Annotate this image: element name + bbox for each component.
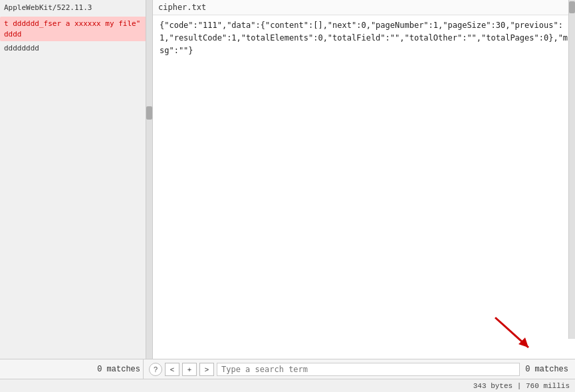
left-panel: AppleWebKit/522.11.3 t dddddd_fser a xxx…	[0, 0, 153, 359]
help-button[interactable]: ?	[149, 363, 162, 376]
file-title: cipher.txt	[153, 0, 575, 15]
bottom-bar: 0 matches ? < + > 0 matches	[0, 359, 575, 379]
status-text: 343 bytes | 760 millis	[473, 382, 570, 390]
prev-button[interactable]: <	[165, 363, 179, 376]
highlighted-text: t dddddd_fser a xxxxxx my file" dddd	[4, 19, 140, 38]
right-match-count: 0 matches	[522, 365, 568, 374]
user-agent-text: AppleWebKit/522.11.3	[0, 0, 152, 15]
right-scrollbar-thumb[interactable]	[569, 1, 575, 13]
editor-content[interactable]: {"code":"111","data":{"content":[],"next…	[153, 15, 575, 359]
left-matches-section: 0 matches	[4, 359, 144, 379]
search-section: ? < + > 0 matches	[146, 363, 571, 376]
search-input[interactable]	[217, 363, 520, 376]
right-panel: cipher.txt {"code":"111","data":{"conten…	[153, 0, 575, 359]
plain-item: dddddddd	[0, 43, 152, 54]
add-button[interactable]: +	[182, 363, 197, 376]
left-scrollbar-thumb[interactable]	[146, 106, 152, 120]
main-content: AppleWebKit/522.11.3 t dddddd_fser a xxx…	[0, 0, 575, 359]
highlighted-item: t dddddd_fser a xxxxxx my file" dddd	[0, 17, 152, 41]
next-button[interactable]: >	[199, 363, 214, 376]
status-bar: 343 bytes | 760 millis	[0, 379, 575, 392]
left-panel-content: AppleWebKit/522.11.3 t dddddd_fser a xxx…	[0, 0, 152, 359]
left-scrollbar[interactable]	[146, 0, 152, 359]
right-scrollbar[interactable]	[568, 0, 575, 339]
left-match-count: 0 matches	[97, 365, 140, 374]
